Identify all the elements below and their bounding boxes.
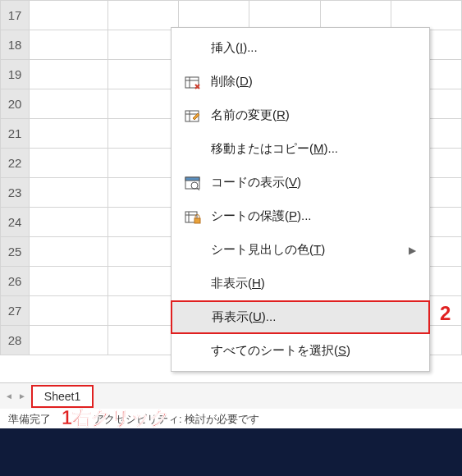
- cell[interactable]: [107, 178, 178, 208]
- cell[interactable]: [30, 178, 108, 208]
- menu-hide[interactable]: 非表示(H): [172, 267, 429, 300]
- bottom-panel: [0, 428, 462, 476]
- cell[interactable]: [320, 1, 391, 30]
- blank-icon: [181, 276, 204, 292]
- menu-tab-color[interactable]: シート見出しの色(T) ▶: [172, 233, 429, 267]
- cell[interactable]: [249, 1, 320, 30]
- cell[interactable]: [107, 149, 178, 178]
- menu-label: 移動またはコピー(M)...: [204, 141, 416, 157]
- sheet-tab-sheet1[interactable]: Sheet1: [31, 385, 94, 408]
- cell[interactable]: [107, 119, 178, 149]
- menu-move-copy[interactable]: 移動またはコピー(M)...: [172, 132, 429, 166]
- menu-label: コードの表示(V): [204, 175, 416, 190]
- row-header[interactable]: 22: [1, 149, 30, 178]
- blank-icon: [181, 40, 204, 57]
- menu-insert[interactable]: 挿入(I)...: [172, 31, 429, 65]
- tab-prev-icon[interactable]: ◄: [5, 391, 13, 400]
- row-header[interactable]: 21: [1, 119, 30, 149]
- cell[interactable]: [30, 326, 108, 355]
- chevron-right-icon: ▶: [409, 245, 416, 256]
- menu-label: 再表示(U)...: [205, 309, 415, 325]
- svg-rect-13: [194, 218, 200, 223]
- cell[interactable]: [107, 1, 178, 30]
- cell[interactable]: [30, 208, 108, 237]
- row-header[interactable]: 17: [1, 1, 30, 30]
- cell[interactable]: [30, 267, 108, 296]
- row-header[interactable]: 20: [1, 89, 30, 119]
- menu-label: シートの保護(P)...: [204, 208, 416, 224]
- menu-label: 削除(D): [204, 74, 416, 89]
- cell[interactable]: [30, 119, 108, 149]
- menu-delete[interactable]: 削除(D): [172, 65, 429, 98]
- menu-label: 名前の変更(R): [204, 108, 416, 123]
- menu-protect-sheet[interactable]: シートの保護(P)...: [172, 199, 429, 233]
- code-icon: [181, 175, 204, 191]
- blank-icon: [181, 141, 204, 158]
- protect-icon: [181, 208, 204, 225]
- menu-view-code[interactable]: コードの表示(V): [172, 166, 429, 199]
- annotation-right-click: 1右クリック: [62, 405, 170, 431]
- menu-label: すべてのシートを選択(S): [204, 343, 416, 359]
- row-header[interactable]: 23: [1, 178, 30, 208]
- cell[interactable]: [30, 1, 108, 30]
- cell[interactable]: [107, 89, 178, 119]
- cell[interactable]: [391, 1, 461, 30]
- cell[interactable]: [107, 30, 178, 60]
- cell[interactable]: [30, 89, 108, 119]
- cell[interactable]: [30, 296, 108, 326]
- row-header[interactable]: 18: [1, 30, 30, 60]
- blank-icon: [181, 343, 204, 359]
- cell[interactable]: [30, 30, 108, 60]
- cell[interactable]: [107, 296, 178, 326]
- cell[interactable]: [30, 237, 108, 267]
- cell[interactable]: [107, 237, 178, 267]
- tab-next-icon[interactable]: ►: [18, 391, 26, 400]
- menu-unhide[interactable]: 再表示(U)...: [171, 300, 430, 334]
- delete-icon: [181, 74, 204, 90]
- row-header[interactable]: 27: [1, 296, 30, 326]
- rename-icon: [181, 108, 204, 124]
- cell[interactable]: [107, 208, 178, 237]
- blank-icon: [182, 309, 205, 326]
- cell[interactable]: [107, 267, 178, 296]
- menu-label: 挿入(I)...: [204, 40, 416, 56]
- blank-icon: [181, 242, 204, 259]
- menu-select-all-sheets[interactable]: すべてのシートを選択(S): [172, 334, 429, 368]
- sheet-context-menu: 挿入(I)... 削除(D) 名前の変更(R) 移動またはコピー(M)... コ…: [171, 27, 430, 372]
- row-header[interactable]: 24: [1, 208, 30, 237]
- cell[interactable]: [107, 326, 178, 355]
- row-header[interactable]: 19: [1, 60, 30, 89]
- svg-rect-7: [185, 177, 199, 181]
- menu-rename[interactable]: 名前の変更(R): [172, 98, 429, 132]
- cell[interactable]: [179, 1, 249, 30]
- row-header[interactable]: 25: [1, 237, 30, 267]
- cell[interactable]: [30, 60, 108, 89]
- row-header[interactable]: 26: [1, 267, 30, 296]
- cell[interactable]: [30, 149, 108, 178]
- menu-label: 非表示(H): [204, 276, 416, 291]
- cell[interactable]: [107, 60, 178, 89]
- annotation-step-2: 2: [440, 302, 451, 325]
- svg-point-8: [191, 182, 198, 189]
- menu-label: シート見出しの色(T): [204, 242, 409, 258]
- row-header[interactable]: 28: [1, 326, 30, 355]
- tab-nav-arrows[interactable]: ◄ ►: [0, 391, 31, 400]
